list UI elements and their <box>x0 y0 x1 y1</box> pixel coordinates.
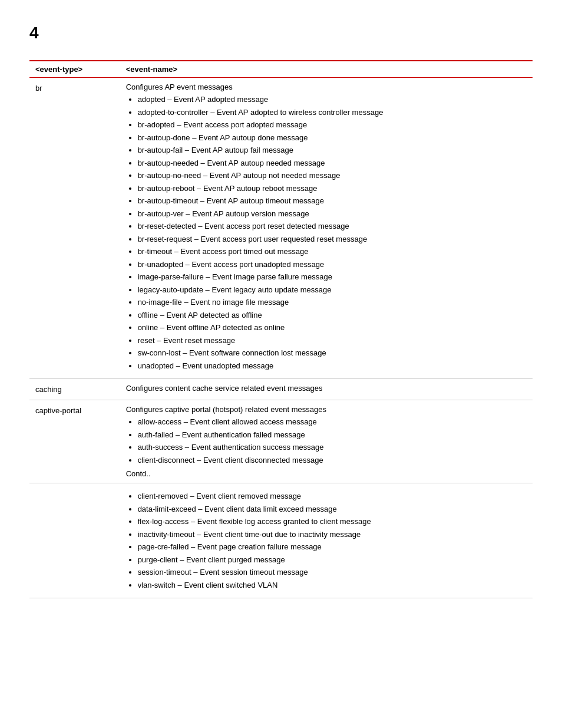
event-type-cell <box>29 483 120 598</box>
list-item: adopted – Event AP adopted message <box>138 94 527 106</box>
event-name-cell: Configures content cache service related… <box>120 379 533 400</box>
list-item: reset – Event reset message <box>138 335 527 347</box>
list-item: vlan-switch – Event client switched VLAN <box>138 579 527 591</box>
event-intro: Configures captive portal (hotspot) rela… <box>126 405 527 414</box>
event-intro: Configures content cache service related… <box>126 384 527 393</box>
list-item: session-timeout – Event session timeout … <box>138 566 527 578</box>
list-item: image-parse-failure – Event image parse … <box>138 271 527 283</box>
list-item: auth-success – Event authentication succ… <box>138 442 527 453</box>
list-item: no-image-file – Event no image file mess… <box>138 297 527 308</box>
event-type-cell: captive-portal <box>29 400 120 483</box>
list-item: flex-log-access – Event flexible log acc… <box>138 516 527 528</box>
list-item: br-timeout – Event access port timed out… <box>138 246 527 258</box>
list-item: unadopted – Event unadopted message <box>138 360 527 372</box>
event-intro: Configures AP event messages <box>126 83 527 91</box>
list-item: online – Event offline AP detected as on… <box>138 322 527 334</box>
event-name-cell: Configures captive portal (hotspot) rela… <box>120 400 533 483</box>
list-item: legacy-auto-update – Event legacy auto u… <box>138 284 527 296</box>
list-item: purge-client – Event client purged messa… <box>138 554 527 566</box>
event-name-cell: client-removed – Event client removed me… <box>120 483 533 598</box>
list-item: adopted-to-controller – Event AP adopted… <box>138 107 527 118</box>
list-item: br-unadopted – Event access port unadopt… <box>138 259 527 271</box>
list-item: page-cre-failed – Event page creation fa… <box>138 541 527 553</box>
col-event-type-header: <event-type> <box>29 61 120 78</box>
list-item: offline – Event AP detected as offline <box>138 309 527 321</box>
list-item: br-autoup-fail – Event AP autoup fail me… <box>138 144 527 156</box>
table-row: client-removed – Event client removed me… <box>29 483 533 598</box>
page-number: 4 <box>29 24 533 42</box>
list-item: client-removed – Event client removed me… <box>138 490 527 502</box>
table-row: cachingConfigures content cache service … <box>29 379 533 400</box>
list-item: inactivity-timeout – Event client time-o… <box>138 529 527 541</box>
list-item: allow-access – Event client allowed acce… <box>138 416 527 428</box>
list-item: br-reset-request – Event access port use… <box>138 233 527 245</box>
list-item: br-autoup-timeout – Event AP autoup time… <box>138 195 527 207</box>
list-item: br-reset-detected – Event access port re… <box>138 220 527 232</box>
event-name-cell: Configures AP event messagesadopted – Ev… <box>120 78 533 379</box>
col-event-name-header: <event-name> <box>120 61 533 78</box>
list-item: sw-conn-lost – Event software connection… <box>138 347 527 359</box>
list-item: br-autoup-ver – Event AP autoup version … <box>138 208 527 220</box>
list-item: br-autoup-done – Event AP autoup done me… <box>138 132 527 144</box>
event-type-cell: caching <box>29 379 120 400</box>
table-row: brConfigures AP event messagesadopted – … <box>29 78 533 379</box>
list-item: br-autoup-reboot – Event AP autoup reboo… <box>138 183 527 195</box>
list-item: auth-failed – Event authentication faile… <box>138 429 527 441</box>
contd-label: Contd.. <box>126 469 527 478</box>
list-item: client-disconnect – Event client disconn… <box>138 454 527 466</box>
list-item: data-limit-exceed – Event client data li… <box>138 503 527 515</box>
list-item: br-adopted – Event access port adopted m… <box>138 119 527 131</box>
event-table: <event-type> <event-name> brConfigures A… <box>29 60 533 598</box>
table-row: captive-portalConfigures captive portal … <box>29 400 533 483</box>
event-type-cell: br <box>29 78 120 379</box>
list-item: br-autoup-needed – Event AP autoup neede… <box>138 157 527 169</box>
list-item: br-autoup-no-need – Event AP autoup not … <box>138 170 527 182</box>
